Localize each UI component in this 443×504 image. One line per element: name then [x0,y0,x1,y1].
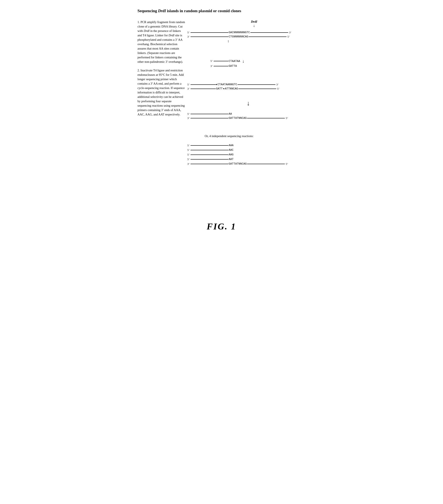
row1-bot-3prime: 3’ [186,35,190,38]
row2-bot-seq: GATTA [229,64,237,68]
title-italic: DrdI [158,9,166,13]
row3-bot-5prime: 5’ [277,87,279,90]
row4-top-left-line [191,114,228,114]
row5-line1: 5’ AAA [186,144,306,147]
row3: 5’ CTAATAANNGTC 3’ 3’ GATTATTNNCAG 5’ [186,83,306,91]
row5-line1-seg [191,145,228,146]
steps-list: PCR amplify fragment from random clone o… [137,20,186,117]
row3-bot-dot [223,88,224,89]
row5-line4: 5’ AAT [186,158,306,161]
row3-top-seq: CTAATAANNGTC [218,83,237,86]
row4-bot-strand: 3’ GATTATNNCAG 5’ [186,116,306,120]
row1-bot-right-line [249,36,287,37]
row3-bot-seq2: ATTNNCAG [225,87,238,90]
row3-top-strand: 5’ CTAATAANNGTC 3’ [186,83,306,86]
row5-line4-seg [191,159,228,160]
step-2-text: Inactivate T4 ligase and restriction end… [137,69,185,116]
row3-top-3prime: 3’ [276,83,279,86]
row5-line1-5prime: 5’ [186,144,190,147]
row1-top-seq: GACNNNNNNNGTC [229,31,250,34]
row5-line2-seq: AAC [229,148,233,152]
row4: 5’ AA 3’ GATTATNNCAG 5’ [186,112,306,121]
row4-bot-left-line [191,118,228,118]
row5-bot-seq: GATTATNNCAG [229,162,247,165]
row5-bot-strand: 3’ GATTATNNCAG 5’ [186,162,306,166]
row3-top-left-line [191,84,216,85]
row5-line4-5prime: 5’ [186,158,190,161]
step-2: Inactivate T4 ligase and restriction end… [137,68,186,117]
row1-top-left-line [191,32,228,33]
row1-top-5prime: 5’ [186,31,190,34]
title-prefix: Sequencing [137,9,158,13]
row5-bot-5prime: 5’ [286,162,288,166]
row4-top-strand: 5’ AA [186,112,306,116]
drdi-arrow-down: ↓ [251,23,257,28]
row1-top-3prime: 3’ [289,31,291,34]
row1-top-right-line [250,32,288,33]
row2-top-seq: CTAATAA [229,60,240,63]
row3-bot-strand: 3’ GATTATTNNCAG 5’ [186,87,306,90]
title-suffix: islands in random plasmid or cosmid clon… [166,9,241,13]
drdi-label: DrdI [251,20,257,23]
row3-bot-right-line [238,89,276,89]
row1-bot-strand: 3’ CTGNNNNNNCAG 5’ [186,35,306,38]
main-content: PCR amplify fragment from random clone o… [137,20,306,209]
row3-bot-left-line [191,89,216,89]
row4-bot-5prime: 5’ [286,116,288,120]
row5-bot-left-line [191,164,228,164]
row4-bot-seq: GATTATNNCAG [229,116,247,120]
row1-top-strand: 5’ GACNNNNNNNGTC 3’ [186,31,306,34]
row5-line3-seq: AAG [229,153,233,156]
row4-bot-3prime: 3’ [186,116,190,120]
row5-line4-seq: AAT [229,158,233,161]
drdi-label-group: DrdI ↓ [251,20,257,28]
row2-bot-left-line [214,66,228,66]
row5-line2-seg [191,150,228,150]
row3-top-dot [216,84,217,85]
row2-top-5prime: 5’ [209,59,213,63]
row2-bot-3prime: 3’ [209,64,213,68]
row2-bot-strand: 3’ GATTA [209,64,245,68]
row5-line3-5prime: 5’ [186,153,190,156]
left-text-column: PCR amplify fragment from random clone o… [137,20,186,209]
row2: 5’ CTAATAA ↓ 3’ GATTA [209,59,245,69]
row5-line3: 5’ AAG [186,153,306,156]
step-1: PCR amplify fragment from random clone o… [137,20,186,64]
row4-top-seq: AA [229,112,232,115]
row4-bot-right-line [247,118,285,118]
row5-line3-seg [191,155,228,155]
right-diagram: DrdI ↓ 5’ GACNNNNNNNGTC 3’ 3’ CTGNNNNNNC… [186,20,306,209]
row1-cut-arrow-up: ↑ [228,39,306,44]
page-title: Sequencing DrdI islands in random plasmi… [137,8,306,14]
row2-top-strand: 5’ CTAATAA ↓ [209,59,245,64]
row1-bot-seq: CTGNNNNNNCAG [229,35,249,38]
row4-top-5prime: 5’ [186,112,190,116]
row3-bot-seq: GATT [216,87,223,90]
row1-bot-5prime: 5’ [287,35,290,38]
step-1-text: PCR amplify fragment from random clone o… [137,20,185,63]
row5-line2-5prime: 5’ [186,148,190,152]
or-label: Or, 4 independent sequencing reactions: [205,134,254,138]
row5-bot-right-line [247,164,285,164]
row3-top-5prime: 5’ [186,83,190,86]
row1-bot-left-line [191,36,228,37]
figure-label: FIG. 1 [137,221,306,232]
row5-line2: 5’ AAC [186,148,306,152]
arrow-between-row3-row4: ↓ [247,100,250,107]
row5-line1-seq: AAA [229,144,233,147]
row2-top-left-line [214,61,228,61]
row5: 5’ AAA 5’ AAC 5’ AAG 5’ AAT [186,144,306,166]
row5-bot-3prime: 3’ [186,162,190,166]
row1: 5’ GACNNNNNNNGTC 3’ 3’ CTGNNNNNNCAG 5’ ↑ [186,31,306,44]
row2-arrow-down: ↓ [242,59,244,64]
row3-top-right-line [238,84,275,85]
row3-bot-3prime: 3’ [186,87,190,90]
